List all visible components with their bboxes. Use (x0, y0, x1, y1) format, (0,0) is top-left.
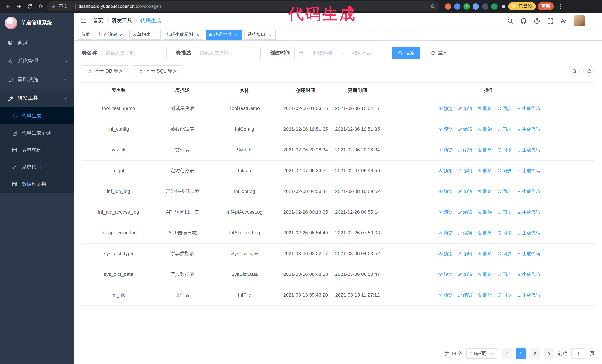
generate-code-action[interactable]: 生成代码 (516, 230, 540, 236)
preview-action[interactable]: 预览 (438, 188, 452, 195)
preview-action[interactable]: 预览 (438, 147, 452, 154)
close-icon[interactable] (267, 32, 272, 37)
breadcrumb-devtools[interactable]: 研发工具 (111, 17, 132, 24)
edit-action[interactable]: 编辑 (458, 147, 472, 154)
preview-action[interactable]: 预览 (438, 105, 452, 112)
edit-action[interactable]: 编辑 (458, 230, 472, 236)
sidebar-item-system[interactable]: 系统管理 (0, 52, 74, 70)
update-button[interactable]: 更新 (538, 2, 554, 10)
sync-action[interactable]: 同步 (497, 251, 511, 257)
hamburger-icon[interactable] (80, 17, 87, 24)
delete-action[interactable]: 删除 (477, 168, 492, 174)
generate-code-action[interactable]: 生成代码 (516, 209, 540, 216)
sidebar-item-infra[interactable]: 基础设施 (0, 70, 74, 89)
sync-action[interactable]: 同步 (497, 147, 511, 154)
edit-action[interactable]: 编辑 (458, 271, 472, 278)
sidebar-item-codegen[interactable]: 代码生成 (0, 107, 74, 125)
generate-code-action[interactable]: 生成代码 (516, 147, 540, 154)
edit-action[interactable]: 编辑 (458, 209, 472, 216)
address-bar[interactable]: 不安全 dashboard.yudao.iocoder.cn/tool/code… (47, 1, 439, 11)
generate-code-action[interactable]: 生成代码 (516, 168, 540, 174)
sidebar-item-api[interactable]: 系统接口 (0, 158, 74, 176)
page-button-2[interactable]: 2 (530, 348, 540, 359)
toggle-search-button[interactable] (569, 65, 580, 77)
close-icon[interactable] (195, 32, 200, 37)
sidebar-item-devtools[interactable]: 研发工具 (0, 89, 74, 107)
preview-action[interactable]: 预览 (438, 168, 452, 174)
delete-action[interactable]: 删除 (477, 271, 492, 278)
delete-action[interactable]: 删除 (477, 209, 492, 216)
sync-action[interactable]: 同步 (497, 168, 511, 174)
github-icon[interactable] (520, 18, 527, 24)
delete-action[interactable]: 删除 (477, 188, 492, 195)
next-page-button[interactable] (544, 348, 554, 359)
close-icon[interactable] (152, 32, 157, 37)
preview-action[interactable]: 预览 (438, 292, 452, 299)
extension-icon-6[interactable] (491, 3, 497, 10)
edit-action[interactable]: 编辑 (458, 105, 472, 112)
delete-action[interactable]: 删除 (477, 126, 492, 133)
sidebar-item-db-doc[interactable]: 数据库文档 (0, 176, 74, 193)
table-name-input[interactable] (101, 47, 167, 59)
preview-action[interactable]: 预览 (438, 230, 452, 236)
reset-button[interactable]: 重置 (425, 47, 453, 59)
paused-badge[interactable]: 已暂停 (508, 2, 536, 10)
generate-code-action[interactable]: 生成代码 (516, 105, 540, 112)
delete-action[interactable]: 删除 (477, 147, 492, 154)
generate-code-action[interactable]: 生成代码 (516, 292, 540, 299)
edit-action[interactable]: 编辑 (458, 251, 472, 257)
table-desc-input[interactable] (195, 47, 261, 59)
preview-action[interactable]: 预览 (438, 251, 452, 257)
user-avatar[interactable] (574, 15, 585, 26)
generate-code-action[interactable]: 生成代码 (516, 271, 540, 278)
import-db-button[interactable]: 基于 DB 导入 (82, 65, 129, 77)
fullscreen-icon[interactable] (547, 18, 553, 24)
browser-forward-button[interactable] (14, 2, 23, 11)
tab-代码生成示例[interactable]: 代码生成示例 (163, 30, 203, 40)
close-icon[interactable] (233, 32, 239, 37)
edit-action[interactable]: 编辑 (458, 126, 472, 133)
sync-action[interactable]: 同步 (497, 126, 511, 133)
bookmark-star-icon[interactable] (430, 4, 435, 9)
sync-action[interactable]: 同步 (497, 292, 511, 299)
search-icon[interactable] (507, 18, 514, 24)
extension-icon-3[interactable]: V (463, 3, 470, 10)
sync-action[interactable]: 同步 (497, 209, 511, 216)
prev-page-button[interactable] (502, 348, 512, 359)
browser-back-button[interactable] (4, 2, 13, 11)
tab-首页[interactable]: 首页 (78, 30, 93, 40)
refresh-table-button[interactable] (583, 65, 595, 77)
page-button-1[interactable]: 1 (516, 348, 526, 359)
import-sql-button[interactable]: 基于 SQL 导入 (133, 65, 183, 77)
delete-action[interactable]: 删除 (477, 105, 492, 112)
extension-icon-1[interactable] (445, 3, 451, 10)
edit-action[interactable]: 编辑 (458, 168, 472, 174)
delete-action[interactable]: 删除 (477, 251, 492, 257)
extensions-puzzle-icon[interactable] (501, 3, 506, 9)
tab-链路追踪[interactable]: 链路追踪 (96, 30, 127, 40)
browser-refresh-button[interactable] (25, 2, 34, 11)
sidebar-item-codegen-example[interactable]: 代码生成示例 (0, 125, 74, 141)
delete-action[interactable]: 删除 (477, 230, 492, 236)
edit-action[interactable]: 编辑 (458, 188, 472, 195)
date-range-picker[interactable]: 开始日期 - 结束日期 (294, 47, 383, 59)
search-button[interactable]: 搜索 (392, 47, 420, 59)
sidebar-item-home[interactable]: 首页 (0, 33, 74, 52)
extension-icon-5[interactable] (482, 3, 488, 10)
goto-page-input[interactable] (571, 348, 586, 359)
preview-action[interactable]: 预览 (438, 126, 452, 133)
tab-代码生成[interactable]: 代码生成 (206, 30, 242, 40)
extension-icon-4[interactable] (473, 3, 479, 10)
chevron-down-icon[interactable] (592, 19, 596, 23)
sync-action[interactable]: 同步 (497, 105, 511, 112)
page-size-select[interactable]: 10条/页 (466, 348, 498, 359)
fontsize-icon[interactable] (560, 18, 567, 24)
generate-code-action[interactable]: 生成代码 (516, 126, 540, 133)
extension-icon-2[interactable] (454, 3, 461, 10)
preview-action[interactable]: 预览 (438, 271, 452, 278)
sync-action[interactable]: 同步 (497, 230, 511, 236)
generate-code-action[interactable]: 生成代码 (516, 188, 540, 195)
tab-表单构建[interactable]: 表单构建 (129, 30, 161, 40)
sidebar-item-form-builder[interactable]: 表单构建 (0, 141, 74, 158)
preview-action[interactable]: 预览 (438, 209, 452, 216)
